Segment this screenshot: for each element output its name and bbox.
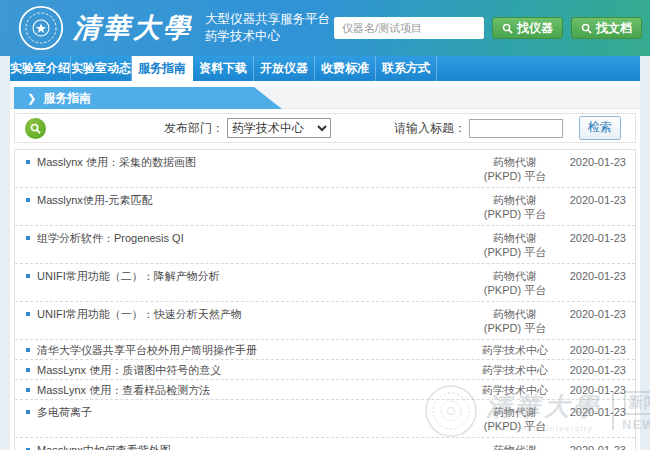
doc-title-link[interactable]: MassLynx 使用：查看样品检测方法 bbox=[24, 380, 470, 399]
title-label: 请输入标题： bbox=[394, 120, 466, 137]
main-content: 实验室介绍实验室动态服务指南资料下载开放仪器收费标准联系方式 ❯服务指南 发布部… bbox=[10, 56, 640, 450]
search-icon bbox=[581, 23, 592, 34]
bullet-icon bbox=[26, 388, 30, 392]
doc-title-link[interactable]: UNIFI常用功能（一）：快速分析天然产物 bbox=[24, 302, 470, 325]
search-input[interactable] bbox=[334, 17, 484, 39]
doc-title-link[interactable]: 清华大学仪器共享平台校外用户简明操作手册 bbox=[24, 340, 470, 359]
nav-tab-实验室动态[interactable]: 实验室动态 bbox=[71, 56, 132, 81]
doc-title-link[interactable]: 组学分析软件：Progenesis QI bbox=[24, 226, 470, 249]
home-logo-link[interactable]: 清華大學 大型仪器共享服务平台 药学技术中心 bbox=[0, 5, 330, 51]
platform-title: 大型仪器共享服务平台 药学技术中心 bbox=[205, 11, 330, 45]
doc-title-link[interactable]: Masslynx 使用：采集的数据画图 bbox=[24, 150, 470, 173]
doc-date: 2020-01-23 bbox=[560, 264, 626, 287]
main-nav: 实验室介绍实验室动态服务指南资料下载开放仪器收费标准联系方式 bbox=[10, 56, 640, 81]
doc-category: 药物代谢 (PKPD) 平台 bbox=[470, 188, 560, 225]
doc-date: 2020-01-23 bbox=[560, 340, 626, 359]
doc-category: 药物代谢 (PKPD) 平台 bbox=[470, 264, 560, 301]
bullet-icon bbox=[26, 236, 30, 240]
title-filter: 请输入标题： 检索 bbox=[394, 116, 625, 140]
department-select[interactable]: 药学技术中心 bbox=[227, 118, 331, 138]
nav-tab-服务指南[interactable]: 服务指南 bbox=[132, 56, 193, 81]
doc-category: 药物代谢 (PKPD) 平台 bbox=[470, 226, 560, 263]
bullet-icon bbox=[26, 160, 30, 164]
find-document-button[interactable]: 找文档 bbox=[571, 17, 642, 39]
doc-title-link[interactable]: Masslynx使用-元素匹配 bbox=[24, 188, 470, 211]
breadcrumb[interactable]: ❯服务指南 bbox=[14, 87, 282, 109]
nav-tab-实验室介绍[interactable]: 实验室介绍 bbox=[10, 56, 71, 81]
platform-line1: 大型仪器共享服务平台 bbox=[205, 11, 330, 28]
bullet-icon bbox=[26, 368, 30, 372]
table-row: Masslynx中如何查看紫外图 药物代谢 (PKPD) 平台 2020-01-… bbox=[15, 438, 635, 450]
document-list: Masslynx 使用：采集的数据画图 药物代谢 (PKPD) 平台 2020-… bbox=[14, 149, 636, 450]
table-row: MassLynx 使用：查看样品检测方法 药学技术中心 2020-01-23 bbox=[15, 380, 635, 400]
find-instrument-button[interactable]: 找仪器 bbox=[492, 17, 563, 39]
platform-line2: 药学技术中心 bbox=[205, 28, 330, 45]
bullet-icon bbox=[26, 312, 30, 316]
filter-bar: 发布部门： 药学技术中心 请输入标题： 检索 bbox=[14, 113, 636, 143]
chevron-right-icon: ❯ bbox=[27, 92, 36, 104]
department-label: 发布部门： bbox=[164, 120, 224, 137]
doc-date: 2020-01-23 bbox=[560, 226, 626, 249]
doc-category: 药学技术中心 bbox=[470, 360, 560, 379]
doc-date: 2020-01-23 bbox=[560, 302, 626, 325]
bullet-icon bbox=[26, 410, 30, 414]
doc-category: 药学技术中心 bbox=[470, 340, 560, 359]
department-filter: 发布部门： 药学技术中心 bbox=[164, 118, 331, 138]
doc-date: 2020-01-23 bbox=[560, 188, 626, 211]
bullet-icon bbox=[26, 198, 30, 202]
bullet-icon bbox=[26, 348, 30, 352]
table-row: 多电荷离子 药物代谢 (PKPD) 平台 2020-01-23 bbox=[15, 400, 635, 438]
university-name: 清華大學 bbox=[73, 10, 193, 46]
doc-date: 2020-01-23 bbox=[560, 380, 626, 399]
doc-date: 2020-01-23 bbox=[560, 360, 626, 379]
doc-title-link[interactable]: Masslynx中如何查看紫外图 bbox=[24, 438, 470, 450]
doc-date: 2020-01-23 bbox=[560, 438, 626, 450]
doc-category: 药物代谢 (PKPD) 平台 bbox=[470, 150, 560, 187]
table-row: Masslynx使用-元素匹配 药物代谢 (PKPD) 平台 2020-01-2… bbox=[15, 188, 635, 226]
doc-category: 药物代谢 (PKPD) 平台 bbox=[470, 438, 560, 450]
header: 清華大學 大型仪器共享服务平台 药学技术中心 找仪器 找文档 bbox=[0, 0, 650, 56]
table-row: 组学分析软件：Progenesis QI 药物代谢 (PKPD) 平台 2020… bbox=[15, 226, 635, 264]
title-input[interactable] bbox=[469, 119, 563, 138]
table-row: UNIFI常用功能（一）：快速分析天然产物 药物代谢 (PKPD) 平台 202… bbox=[15, 302, 635, 340]
doc-category: 药物代谢 (PKPD) 平台 bbox=[470, 302, 560, 339]
breadcrumb-bar: ❯服务指南 bbox=[10, 87, 640, 109]
doc-title-link[interactable]: MassLynx 使用：质谱图中符号的意义 bbox=[24, 360, 470, 379]
search-icon bbox=[502, 23, 513, 34]
doc-date: 2020-01-23 bbox=[560, 150, 626, 173]
search-circle-icon[interactable] bbox=[25, 118, 46, 139]
page: 清華大學 大型仪器共享服务平台 药学技术中心 找仪器 找文档 实验室介绍实验室动… bbox=[0, 0, 650, 450]
nav-tab-开放仪器[interactable]: 开放仪器 bbox=[254, 56, 315, 81]
doc-category: 药学技术中心 bbox=[470, 380, 560, 399]
table-row: UNIFI常用功能（二）：降解产物分析 药物代谢 (PKPD) 平台 2020-… bbox=[15, 264, 635, 302]
tsinghua-seal-icon bbox=[18, 5, 64, 51]
nav-tab-收费标准[interactable]: 收费标准 bbox=[315, 56, 376, 81]
header-search: 找仪器 找文档 bbox=[334, 17, 642, 39]
search-submit-button[interactable]: 检索 bbox=[579, 116, 621, 140]
table-row: 清华大学仪器共享平台校外用户简明操作手册 药学技术中心 2020-01-23 bbox=[15, 340, 635, 360]
doc-title-link[interactable]: UNIFI常用功能（二）：降解产物分析 bbox=[24, 264, 470, 287]
table-row: MassLynx 使用：质谱图中符号的意义 药学技术中心 2020-01-23 bbox=[15, 360, 635, 380]
nav-tab-资料下载[interactable]: 资料下载 bbox=[193, 56, 254, 81]
nav-tab-联系方式[interactable]: 联系方式 bbox=[376, 56, 437, 81]
doc-category: 药物代谢 (PKPD) 平台 bbox=[470, 400, 560, 437]
doc-date: 2020-01-23 bbox=[560, 400, 626, 423]
doc-title-link[interactable]: 多电荷离子 bbox=[24, 400, 470, 423]
table-row: Masslynx 使用：采集的数据画图 药物代谢 (PKPD) 平台 2020-… bbox=[15, 150, 635, 188]
bullet-icon bbox=[26, 274, 30, 278]
